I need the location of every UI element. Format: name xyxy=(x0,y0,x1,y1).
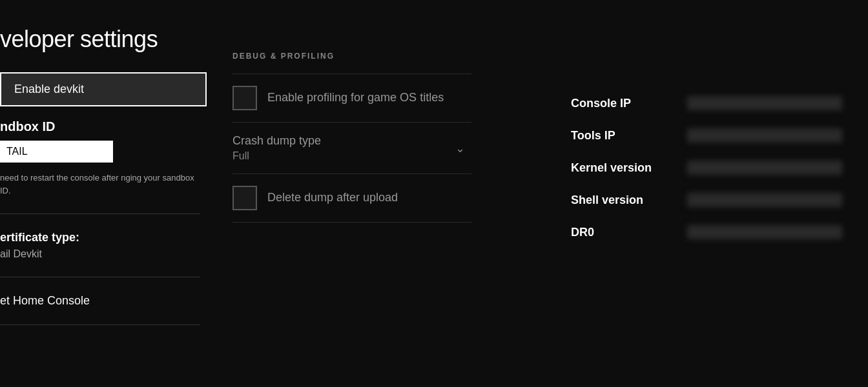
crash-dump-label: Crash dump type xyxy=(232,134,471,148)
delete-dump-checkbox[interactable] xyxy=(232,186,257,210)
console-ip-label: Console IP xyxy=(571,97,674,110)
shell-version-row: Shell version xyxy=(571,184,842,216)
cert-section: ertificate type: ail Devkit xyxy=(0,224,207,266)
page-title: veloper settings xyxy=(0,13,207,72)
tools-ip-label: Tools IP xyxy=(571,129,674,143)
delete-dump-label: Delete dump after upload xyxy=(267,190,398,205)
page-container: veloper settings Enable devkit ndbox ID … xyxy=(0,0,868,387)
divider-3 xyxy=(0,324,200,325)
profiling-checkbox[interactable] xyxy=(232,86,257,110)
sandbox-id-input[interactable] xyxy=(0,141,113,163)
shell-version-value xyxy=(687,193,842,207)
crash-dump-type-row[interactable]: Crash dump type Full ⌄ xyxy=(232,123,471,174)
divider-2 xyxy=(0,277,200,277)
sidebar-item-label: Enable devkit xyxy=(14,83,84,95)
set-home-console-link[interactable]: et Home Console xyxy=(0,288,207,314)
kernel-version-row: Kernel version xyxy=(571,152,842,184)
main-content: DEBUG & PROFILING Enable profiling for g… xyxy=(207,0,545,387)
setting-row-profiling: Enable profiling for game OS titles xyxy=(232,74,471,123)
divider-1 xyxy=(0,213,200,214)
tools-ip-value xyxy=(687,128,842,143)
dr0-row: DR0 xyxy=(571,216,842,248)
sandbox-id-label: ndbox ID xyxy=(0,119,207,141)
cert-type-label: ertificate type: xyxy=(0,231,207,244)
console-ip-row: Console IP xyxy=(571,87,842,119)
sidebar-item-enable-devkit[interactable]: Enable devkit xyxy=(0,72,207,106)
cert-type-value: ail Devkit xyxy=(0,244,207,260)
dr0-value xyxy=(687,225,842,239)
tools-ip-row: Tools IP xyxy=(571,119,842,152)
kernel-version-label: Kernel version xyxy=(571,161,674,175)
info-panel: Console IP Tools IP Kernel version Shell… xyxy=(545,0,868,387)
settings-list: Enable profiling for game OS titles Cras… xyxy=(232,74,471,223)
kernel-version-value xyxy=(687,161,842,175)
setting-row-delete-dump: Delete dump after upload xyxy=(232,174,471,223)
profiling-label: Enable profiling for game OS titles xyxy=(267,90,444,105)
shell-version-label: Shell version xyxy=(571,194,674,207)
info-panel-spacer xyxy=(571,13,842,87)
crash-dump-value: Full xyxy=(232,150,471,162)
sidebar: veloper settings Enable devkit ndbox ID … xyxy=(0,0,207,387)
sandbox-hint: need to restart the console after nging … xyxy=(0,163,200,197)
dr0-label: DR0 xyxy=(571,226,674,239)
console-ip-value xyxy=(687,96,842,110)
debug-profiling-header: DEBUG & PROFILING xyxy=(232,13,519,61)
chevron-down-icon: ⌄ xyxy=(455,141,465,155)
sandbox-section: ndbox ID need to restart the console aft… xyxy=(0,106,207,203)
